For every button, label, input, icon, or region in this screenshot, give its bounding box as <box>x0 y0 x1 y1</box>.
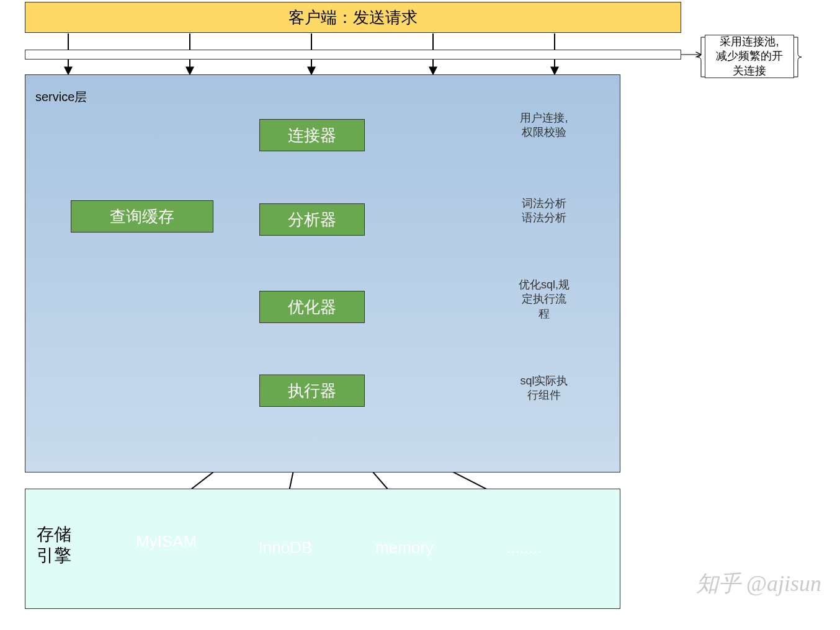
executor-box: 执行器 <box>259 375 365 407</box>
cloud-text-1: 用户连接, 权限校验 <box>510 107 578 144</box>
pool-callout: 采用连接池, 减少频繁的开 关连接 <box>705 35 794 78</box>
client-label: 客户端：发送请求 <box>288 7 418 29</box>
connection-bar <box>25 50 681 60</box>
cloud-text-3: 优化sql,规 定执行流 程 <box>510 277 578 322</box>
analyzer-box: 分析器 <box>259 203 365 236</box>
watermark-text: 知乎 @ajisun <box>696 569 821 599</box>
service-layer-label: service层 <box>35 89 87 105</box>
db-other-label: ........ <box>481 538 568 557</box>
cloud-text-4: sql实际执 行组件 <box>510 370 578 407</box>
storage-label-l1: 存储 <box>37 525 71 544</box>
optimizer-box: 优化器 <box>259 291 365 323</box>
cloud-text-2: 词法分析 语法分析 <box>510 192 578 229</box>
storage-label-l2: 引擎 <box>37 546 71 565</box>
db-innodb-label: InnoDB <box>242 538 329 557</box>
client-box: 客户端：发送请求 <box>25 2 681 33</box>
db-memory-label: memory <box>361 538 448 557</box>
cache-box: 查询缓存 <box>71 200 213 233</box>
connector-box: 连接器 <box>259 119 365 151</box>
db-myisam-label: MyISAM <box>123 532 210 551</box>
